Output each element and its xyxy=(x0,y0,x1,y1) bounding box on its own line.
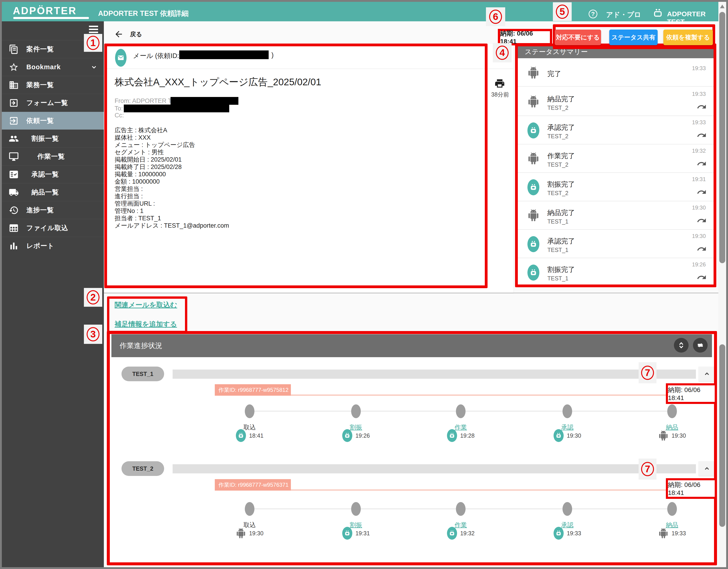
menu-toggle-icon[interactable] xyxy=(89,26,98,33)
adporter-bot-icon xyxy=(652,8,663,18)
share-status-button[interactable]: ステータス共有 xyxy=(609,30,658,45)
sidebar-item-shinchoku[interactable]: 進捗一覧 xyxy=(2,201,104,219)
history-icon xyxy=(9,205,19,215)
status-item: 完了 19:33 xyxy=(517,58,714,87)
scrollbar-thumb[interactable] xyxy=(719,344,725,527)
account-menu[interactable]: ADPORTER TEST xyxy=(667,10,718,26)
sidebar-item-warifuri[interactable]: 割振一覧 xyxy=(2,130,104,147)
mail-body-line: 管理画面URL : xyxy=(115,200,229,207)
back-button[interactable]: 戻る xyxy=(114,29,142,39)
truck-icon xyxy=(9,187,19,197)
step-node xyxy=(351,404,361,418)
redacted-from-address xyxy=(171,97,238,105)
status-summary-title: ステータスサマリー xyxy=(517,45,714,58)
adporter-bot-icon xyxy=(447,429,457,442)
mail-body-line: 掲載開始日 : 2025/02/01 xyxy=(115,156,229,163)
help-icon[interactable]: ? xyxy=(589,10,597,18)
share-forward-icon[interactable] xyxy=(697,159,707,169)
form-icon xyxy=(9,98,19,108)
mail-body-line: 担当者 : TEST_1 xyxy=(115,215,229,222)
status-item: 承認完了 TEST_2 19:33 xyxy=(517,116,714,144)
scrollbar-up-arrow[interactable] xyxy=(720,5,725,8)
mail-body-line: メニュー : トップページ広告 xyxy=(115,141,229,149)
chevron-down-icon[interactable] xyxy=(91,64,97,71)
android-icon xyxy=(658,429,668,442)
adporter-bot-icon xyxy=(527,179,539,195)
share-forward-icon[interactable] xyxy=(697,215,707,226)
work-progress-title: 作業進捗状況 xyxy=(120,341,162,351)
chevron-up-icon xyxy=(703,465,710,472)
import-related-mail-link[interactable]: 関連メールを取込む xyxy=(115,300,177,310)
add-supplement-link[interactable]: 補足情報を追加する xyxy=(115,320,177,329)
sidebar-item-irai[interactable]: 依頼一覧 xyxy=(2,112,104,130)
sidebar-item-nohin[interactable]: 納品一覧 xyxy=(2,183,104,201)
status-item: 割振完了 TEST_2 19:31 xyxy=(517,173,714,201)
mail-body-line: 広告主 : 株式会社A xyxy=(115,127,229,134)
status-item: 承認完了 TEST_1 19:30 xyxy=(517,230,714,258)
status-item: 割振完了 TEST_1 19:26 xyxy=(517,258,714,286)
work-id-chip: 作業ID: r9968777-w9575812 xyxy=(215,384,291,396)
share-forward-icon[interactable] xyxy=(697,102,707,112)
sidebar-item-gyomu[interactable]: 業務一覧 xyxy=(2,76,104,94)
progress-track-bar xyxy=(173,370,696,379)
adporter-bot-icon xyxy=(342,429,352,442)
print-icon[interactable] xyxy=(494,78,505,89)
star-icon xyxy=(9,62,19,72)
report-icon xyxy=(9,241,19,251)
scrollbar-thumb[interactable] xyxy=(719,12,725,263)
adporter-bot-icon xyxy=(342,527,352,540)
people-icon xyxy=(9,134,19,144)
progress-track-bar xyxy=(173,464,696,473)
sidebar-item-bookmark[interactable]: Bookmark xyxy=(2,58,104,76)
android-icon xyxy=(658,527,668,539)
sidebar-item-report[interactable]: レポート xyxy=(2,237,104,255)
collapse-track-button[interactable] xyxy=(699,367,715,381)
step-node xyxy=(563,404,572,418)
annotation-4: 4 xyxy=(493,43,512,62)
work-id-chip: 作業ID: r9968777-w9576371 xyxy=(215,479,291,491)
mail-body-line: 掲載量 : 10000000 xyxy=(115,171,229,178)
collapse-track-button[interactable] xyxy=(699,461,715,476)
step-node xyxy=(456,502,466,516)
status-summary-list: 完了 19:33 納品完了 TEST_2 19:33 承認完了 TEST_2 1… xyxy=(517,58,714,286)
share-forward-icon[interactable] xyxy=(697,272,707,282)
vertical-scrollbar xyxy=(718,2,726,567)
duplicate-request-button[interactable]: 依頼を複製する xyxy=(663,30,713,45)
mail-body-line: 媒体社 : XXX xyxy=(115,134,229,141)
adporter-request-detail-page: ADPÖRTER ADPORTER TEST 依頼詳細 ? アド・プロ ADPO… xyxy=(0,0,728,569)
worker-pill: TEST_2 xyxy=(121,461,164,476)
sidebar-item-sagyo[interactable]: 作業一覧 xyxy=(2,147,104,165)
mail-to-label: To: xyxy=(115,105,123,112)
mail-body-line: メールアドレス : TEST_1@adporter.com xyxy=(115,222,229,229)
sidebar-item-file-import[interactable]: ファイル取込 xyxy=(2,219,104,237)
approval-icon xyxy=(9,169,19,180)
divider xyxy=(104,293,718,293)
adporter-logo[interactable]: ADPÖRTER xyxy=(13,5,77,17)
mail-body-line: 掲載終了日 : 2025/02/28 xyxy=(115,163,229,171)
annotation-2: 2 xyxy=(84,288,102,307)
work-progress-header: 作業進捗状況 xyxy=(111,334,712,357)
mail-body-line: 営業担当 : xyxy=(115,185,229,193)
app-header: ADPÖRTER ADPORTER TEST 依頼詳細 ? アド・プロ ADPO… xyxy=(2,2,718,21)
track-due-date: 納期: 06/06 18:41 xyxy=(666,478,717,499)
sidebar-item-form[interactable]: フォーム一覧 xyxy=(2,94,104,112)
adporter-bot-icon xyxy=(447,527,457,540)
file-import-icon xyxy=(9,223,19,233)
share-forward-icon[interactable] xyxy=(697,130,707,140)
sidebar-item-shonin[interactable]: 承認一覧 xyxy=(2,165,104,183)
android-icon xyxy=(527,151,539,166)
share-forward-icon[interactable] xyxy=(697,244,707,254)
mail-body-line: セグメント : 男性 xyxy=(115,149,229,156)
status-item: 納品完了 TEST_2 19:33 xyxy=(517,88,714,116)
unfold-vertical-icon xyxy=(677,341,686,350)
adporter-bot-icon xyxy=(527,236,539,252)
swap-view-button[interactable] xyxy=(693,338,708,353)
mail-icon xyxy=(115,49,127,67)
no-action-button[interactable]: 対応不要にする xyxy=(555,30,601,45)
chevron-up-icon xyxy=(703,370,710,377)
share-forward-icon[interactable] xyxy=(697,187,707,197)
step-node xyxy=(245,502,254,516)
nav-product-link[interactable]: アド・プロ xyxy=(606,10,641,19)
mail-body-line: 管理No : 1 xyxy=(115,207,229,215)
expand-all-button[interactable] xyxy=(674,338,689,353)
